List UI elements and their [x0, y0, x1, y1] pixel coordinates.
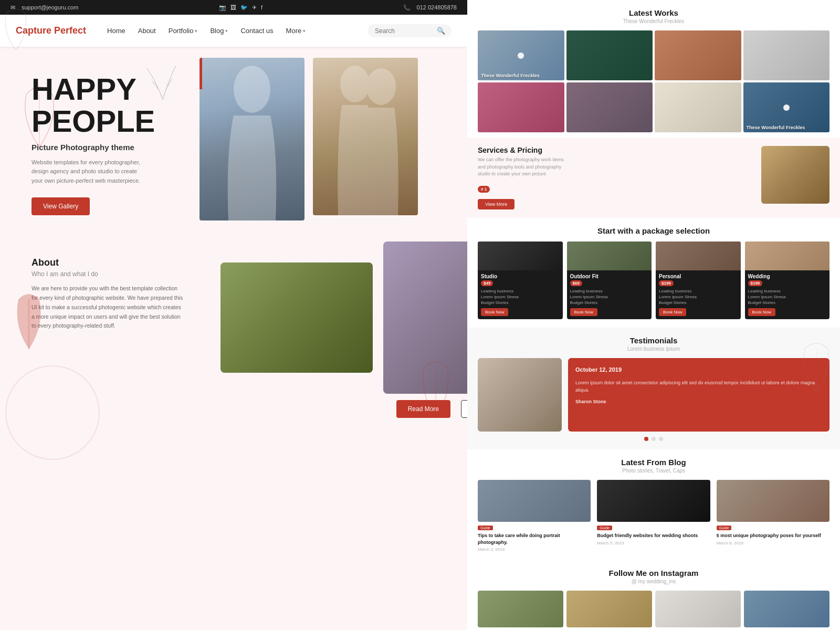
blog-meta-2: March 5, 2019: [597, 541, 710, 545]
facebook-icon[interactable]: f: [261, 4, 262, 10]
work-image-2: [566, 30, 653, 80]
instagram-section: Follow Me on Instagram @ my wedding_ins: [467, 560, 840, 630]
blog-tag-1: Guide: [478, 526, 493, 530]
package-wedding-image: [745, 242, 830, 270]
phone-icon: 📞: [403, 4, 411, 11]
blog-tag-2: Guide: [597, 526, 612, 530]
work-item-7[interactable]: [655, 82, 741, 132]
latest-works-section: Latest Works These Wonderful Freckles Th…: [467, 0, 840, 138]
blog-post-title-2[interactable]: Budget friendly websites for wedding sho…: [597, 532, 710, 539]
testimonial-card: October 12, 2019 Lorem ipsum dolor sit a…: [568, 358, 830, 432]
hero-section: HAPPY PEOPLE Picture Photography theme W…: [0, 47, 467, 247]
testimonials-leaf-decoration: [798, 338, 835, 396]
work-item-6[interactable]: [566, 82, 653, 132]
blog-meta-3: March 8, 2019: [717, 541, 830, 545]
view-more-button[interactable]: View More: [478, 199, 514, 209]
instagram-subtitle: @ my wedding_ins: [478, 579, 830, 584]
package-outdoor-features: Leading businessLorem Ipsum StresaBudget…: [570, 288, 649, 306]
about-section: About Who I am and what I do We are here…: [0, 247, 467, 428]
blog-post-title-1[interactable]: Tips to take care while doing portrait p…: [478, 532, 591, 545]
testimonials-title: Testimonials: [478, 336, 830, 345]
hero-image-couple: [313, 58, 418, 215]
services-section: Services & Pricing We can offer the phot…: [467, 138, 840, 218]
instagram-image-2[interactable]: [566, 591, 652, 627]
package-personal-book-btn[interactable]: Book Now: [659, 308, 686, 316]
instagram-icon[interactable]: 📷: [219, 4, 226, 11]
services-image: [761, 146, 830, 204]
package-studio-body: Studio $45 Leading businessLorem Ipsum S…: [478, 270, 563, 320]
package-studio: Studio $45 Leading businessLorem Ipsum S…: [478, 242, 563, 320]
nav-portfolio[interactable]: Portfolio ▾: [169, 27, 198, 35]
package-studio-name: Studio: [481, 274, 560, 279]
work-image-7: [655, 82, 741, 132]
package-outdoor-body: Outdoor Fit $69 Leading businessLorem Ip…: [567, 270, 652, 320]
about-text: About Who I am and what I do We are here…: [32, 257, 200, 418]
blog-dropdown-arrow: ▾: [225, 28, 228, 34]
package-studio-image: [478, 242, 563, 270]
instagram-image-1[interactable]: [478, 591, 563, 627]
nav-home[interactable]: Home: [107, 27, 125, 35]
package-outdoor: Outdoor Fit $69 Leading businessLorem Ip…: [567, 242, 652, 320]
blog-post-title-3[interactable]: 5 most unique photography poses for your…: [717, 532, 830, 539]
red-accent-bar: [200, 58, 202, 89]
work-item-5[interactable]: [478, 82, 564, 132]
work-item-8[interactable]: These Wonderful Freckles: [743, 82, 830, 132]
pink-leaf-decoration: [415, 355, 457, 423]
hire-me-button[interactable]: Hire Me!: [461, 400, 467, 418]
pagination-dot-active[interactable]: [644, 437, 648, 441]
pagination-dot-3[interactable]: [659, 437, 663, 441]
nav-contact[interactable]: Contact us: [240, 27, 273, 35]
work-item-2[interactable]: [566, 30, 653, 80]
package-personal-name: Personal: [659, 274, 738, 279]
nav-links: Home About Portfolio ▾ Blog ▾ Contact us…: [107, 27, 352, 35]
work-label-8: These Wonderful Freckles: [747, 125, 805, 130]
services-text: Services & Pricing We can offer the phot…: [478, 146, 753, 209]
nav-about[interactable]: About: [138, 27, 156, 35]
phone-text: 012 024805878: [417, 4, 457, 10]
hero-description: Website templates for every photographer…: [32, 158, 147, 186]
packages-section: Start with a package selection Studio $4…: [467, 218, 840, 328]
blog-image-1: [478, 480, 591, 522]
testimonials-section: Testimonials Lorem business ipsum Octobe…: [467, 328, 840, 449]
couple-silhouette: [313, 58, 418, 215]
hero-title: HAPPY PEOPLE: [32, 74, 189, 138]
hero-image-woman: [200, 58, 304, 220]
blog-grid: Guide Tips to take care while doing port…: [478, 480, 830, 552]
search-input[interactable]: [375, 27, 433, 35]
instagram-image-4[interactable]: [744, 591, 830, 627]
right-panel: Latest Works These Wonderful Freckles Th…: [467, 0, 840, 630]
telegram-icon[interactable]: ✈: [252, 4, 257, 11]
search-icon[interactable]: 🔍: [437, 27, 445, 35]
search-bar[interactable]: 🔍: [368, 24, 452, 37]
work-item-4[interactable]: [743, 30, 830, 80]
view-gallery-button[interactable]: View Gallery: [32, 197, 90, 215]
blog-image-2: [597, 480, 710, 522]
right-inner: Latest Works These Wonderful Freckles Th…: [467, 0, 840, 630]
package-personal-price: $199: [659, 280, 674, 286]
work-item-1[interactable]: These Wonderful Freckles: [478, 30, 564, 80]
package-outdoor-book-btn[interactable]: Book Now: [570, 308, 597, 316]
about-title: About: [32, 257, 200, 268]
instagram-image-3[interactable]: [655, 591, 741, 627]
package-studio-book-btn[interactable]: Book Now: [481, 308, 508, 316]
blog-section: Latest From Blog Photo stories, Travel, …: [467, 449, 840, 560]
package-wedding: Wedding $199 Leading businessLorem Ipsum…: [745, 242, 830, 320]
package-wedding-book-btn[interactable]: Book Now: [748, 308, 775, 316]
svg-point-1: [234, 66, 270, 113]
package-wedding-body: Wedding $199 Leading businessLorem Ipsum…: [745, 270, 830, 320]
pagination-dot-2[interactable]: [652, 437, 656, 441]
twitter-icon[interactable]: 🐦: [240, 4, 248, 11]
services-title: Services & Pricing: [478, 146, 753, 154]
package-outdoor-price: $69: [570, 280, 582, 286]
nav-more[interactable]: More ▾: [286, 27, 306, 35]
packages-grid: Studio $45 Leading businessLorem Ipsum S…: [478, 242, 830, 320]
package-outdoor-image: [567, 242, 652, 270]
top-bar: ✉ support@jeoguru.com 📷 🖼 🐦 ✈ f 📞 012 02…: [0, 0, 467, 15]
packages-title: Start with a package selection: [478, 226, 830, 235]
work-item-3[interactable]: [655, 30, 741, 80]
svg-point-3: [366, 68, 396, 105]
blog-title: Latest From Blog: [478, 458, 830, 467]
top-bar-social: 📷 🖼 🐦 ✈ f: [219, 4, 262, 11]
nav-blog[interactable]: Blog ▾: [210, 27, 228, 35]
photo-icon[interactable]: 🖼: [230, 4, 236, 10]
